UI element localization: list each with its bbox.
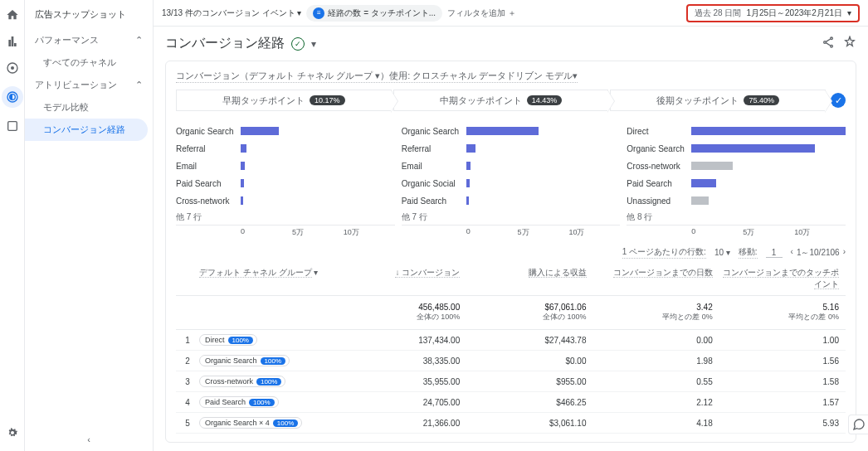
svg-point-1 <box>11 66 14 70</box>
bar-row: Unassigned <box>627 192 846 209</box>
chevron-up-icon: ⌃ <box>135 35 143 46</box>
bar-row: Cross-network <box>176 192 395 209</box>
main-card: コンバージョン（デフォルト チャネル グループ ▾）使用: クロスチャネル デー… <box>165 61 856 443</box>
tab-early[interactable]: 早期タッチポイント10.17% <box>176 90 392 111</box>
chevron-down-icon: ▾ <box>847 8 851 17</box>
bar-row: Organic Social <box>402 175 621 192</box>
svg-rect-3 <box>7 122 17 131</box>
channel-chip: Direct 100% <box>199 334 257 346</box>
more-rows[interactable]: 他 7 行 <box>402 210 621 225</box>
table-row[interactable]: 3 Cross-network 100% 35,955.00 $955.00 0… <box>176 371 846 392</box>
side-panel: 広告スナップショット パフォーマンス⌃ すべてのチャネル アトリビューション⌃ … <box>25 0 154 451</box>
bar-row: Email <box>176 158 395 174</box>
channel-chip: Organic Search × 4 100% <box>199 417 302 429</box>
tab-late[interactable]: 後期タッチポイント75.40% <box>610 90 826 111</box>
share-icon[interactable] <box>822 36 835 51</box>
advertising-icon[interactable] <box>2 86 23 108</box>
section-attribution[interactable]: アトリビューション⌃ <box>25 74 153 96</box>
next-page-icon[interactable]: › <box>843 247 846 259</box>
topbar: 13/13 件のコンバージョン イベント ▾ ≡経路の数 = タッチポイント..… <box>154 0 868 27</box>
bar-row: Organic Search <box>402 123 621 139</box>
bar-row: Referral <box>176 140 395 157</box>
reports-icon[interactable] <box>4 33 21 50</box>
chart-2: DirectOrganic SearchCross-networkPaid Se… <box>627 123 846 238</box>
sidebar-item-model[interactable]: モデル比較 <box>25 96 153 119</box>
add-filter-button[interactable]: フィルタを追加 ＋ <box>447 7 516 19</box>
channel-chip: Organic Search 100% <box>199 355 290 366</box>
conv-events-dropdown[interactable]: 13/13 件のコンバージョン イベント ▾ <box>162 7 301 19</box>
filter-chip-paths[interactable]: ≡経路の数 = タッチポイント... <box>306 5 442 22</box>
filter-icon: ≡ <box>313 7 324 19</box>
table-row[interactable]: 5 Organic Search × 4 100% 21,366.00 $3,0… <box>176 413 846 434</box>
page-title: コンバージョン経路 <box>165 35 285 52</box>
channel-chip: Cross-network 100% <box>199 376 285 387</box>
table-row[interactable]: 1 Direct 100% 137,434.00 $27,443.78 0.00… <box>176 330 846 351</box>
bar-row: Organic Search <box>627 140 846 157</box>
nav-rail <box>0 0 25 451</box>
more-rows[interactable]: 他 8 行 <box>627 210 846 225</box>
explore-icon[interactable] <box>4 60 21 76</box>
col-days[interactable]: コンバージョンまでの日数 <box>613 268 713 278</box>
rows-per-page[interactable]: 10 ▾ <box>714 248 730 257</box>
title-menu[interactable]: ▾ <box>311 38 316 50</box>
home-icon[interactable] <box>4 7 21 23</box>
section-performance[interactable]: パフォーマンス⌃ <box>25 29 153 51</box>
bar-row: Referral <box>402 140 621 157</box>
touchpoint-tabs: 早期タッチポイント10.17% 中期タッチポイント14.43% 後期タッチポイン… <box>176 90 846 111</box>
chart-1: Organic SearchReferralEmailOrganic Socia… <box>402 123 621 238</box>
col-tp[interactable]: コンバージョンまでのタッチポイント <box>723 268 839 289</box>
table-pager: 1 ページあたりの行数: 10 ▾ 移動: 1 ‹ 1～10/2106 › <box>176 243 846 262</box>
table-row[interactable]: 4 Paid Search 100% 24,705.00 $466.25 2.1… <box>176 392 846 413</box>
more-rows[interactable]: 他 7 行 <box>176 210 395 225</box>
bar-row: Organic Search <box>176 123 395 139</box>
svg-point-5 <box>824 41 827 44</box>
panel-title: 広告スナップショット <box>25 0 153 29</box>
paths-table: デフォルト チャネル グループ ▾ ↓ コンバージョン 購入による収益 コンバー… <box>176 262 846 434</box>
page-range: 1～10/2106 <box>797 247 840 259</box>
tab-check-icon[interactable]: ✓ <box>831 93 846 108</box>
card-subheader[interactable]: コンバージョン（デフォルト チャネル グループ ▾）使用: クロスチャネル デー… <box>176 70 578 83</box>
goto-page-input[interactable]: 1 <box>766 248 783 258</box>
svg-point-4 <box>831 37 833 40</box>
bar-row: Paid Search <box>176 175 395 192</box>
svg-point-6 <box>831 45 833 47</box>
insights-icon[interactable] <box>843 36 856 51</box>
settings-icon[interactable] <box>4 424 21 441</box>
col-conv[interactable]: ↓ コンバージョン <box>395 268 460 278</box>
sidebar-item-all-channels[interactable]: すべてのチャネル <box>25 51 153 74</box>
table-row[interactable]: 2 Organic Search 100% 38,335.00 $0.00 1.… <box>176 351 846 371</box>
verified-icon: ✓ <box>291 37 305 51</box>
col-channel[interactable]: デフォルト チャネル グループ <box>199 268 312 278</box>
bar-row: Email <box>402 158 621 174</box>
prev-page-icon[interactable]: ‹ <box>791 247 793 259</box>
bar-row: Cross-network <box>627 158 846 174</box>
collapse-panel-icon[interactable]: ‹ <box>87 434 90 444</box>
sidebar-item-paths[interactable]: コンバージョン経路 <box>25 119 148 141</box>
feedback-icon[interactable] <box>848 415 868 434</box>
date-range-picker[interactable]: 過去 28 日間 1月25日～2023年2月21日 ▾ <box>686 4 860 22</box>
channel-chip: Paid Search 100% <box>199 396 279 408</box>
bar-row: Paid Search <box>627 175 846 192</box>
col-rev[interactable]: 購入による収益 <box>529 268 587 278</box>
chart-0: Organic SearchReferralEmailPaid SearchCr… <box>176 123 395 238</box>
bar-row: Paid Search <box>402 192 621 209</box>
chevron-up-icon: ⌃ <box>135 80 143 90</box>
configure-icon[interactable] <box>4 118 21 134</box>
tab-mid[interactable]: 中期タッチポイント14.43% <box>393 90 609 111</box>
bar-row: Direct <box>627 123 846 139</box>
